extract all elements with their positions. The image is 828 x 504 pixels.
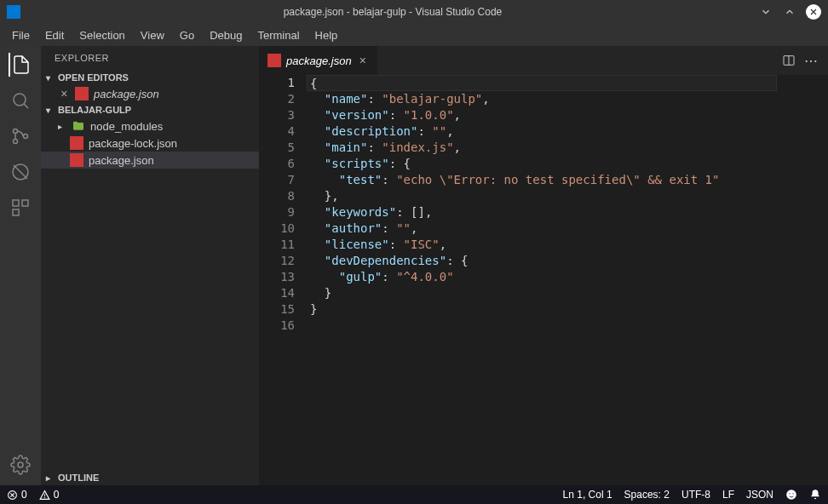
outline-header[interactable]: ▸ Outline <box>41 470 259 485</box>
folder-icon <box>72 119 85 133</box>
svg-rect-5 <box>13 200 19 206</box>
editor-area: package.json × ⋯ 12345678910111213141516… <box>259 46 828 485</box>
status-spaces[interactable]: Spaces: 2 <box>624 489 670 501</box>
workspace-label: belajar-gulp <box>58 105 131 115</box>
minimap[interactable] <box>777 75 828 485</box>
file-label: node_modules <box>90 120 163 133</box>
npm-file-icon <box>70 136 83 150</box>
status-feedback-icon[interactable] <box>785 489 797 501</box>
editor-tabs: package.json × ⋯ <box>259 46 828 75</box>
window-controls <box>758 4 821 20</box>
search-icon[interactable] <box>9 89 32 112</box>
code-line[interactable]: "version": "1.0.0", <box>310 107 777 123</box>
svg-point-8 <box>18 462 23 467</box>
code-line[interactable]: { <box>307 75 777 91</box>
svg-point-0 <box>14 94 26 106</box>
code-line[interactable]: "test": "echo \"Error: no test specified… <box>310 172 777 188</box>
svg-point-16 <box>792 493 793 494</box>
tree-item-node_modules[interactable]: ▸ node_modules <box>41 117 259 135</box>
code-line[interactable]: }, <box>310 188 777 204</box>
settings-gear-icon[interactable] <box>9 453 32 477</box>
close-tab-icon[interactable]: × <box>357 54 369 67</box>
close-button[interactable] <box>806 4 821 20</box>
code-line[interactable] <box>310 318 777 334</box>
code-line[interactable]: "gulp": "^4.0.0" <box>310 269 777 285</box>
chevron-down-icon: ▾ <box>46 106 58 115</box>
svg-point-3 <box>24 135 28 139</box>
menu-terminal[interactable]: Terminal <box>250 27 306 43</box>
split-editor-icon[interactable] <box>782 54 796 67</box>
tab-package-json[interactable]: package.json × <box>259 46 378 75</box>
svg-point-1 <box>14 129 18 134</box>
menu-help[interactable]: Help <box>308 27 345 43</box>
code-line[interactable]: "scripts": { <box>310 156 777 172</box>
svg-point-15 <box>789 493 790 494</box>
outline-label: Outline <box>58 472 99 483</box>
status-encoding[interactable]: UTF-8 <box>681 489 710 501</box>
code-line[interactable]: "main": "index.js", <box>310 140 777 156</box>
svg-point-13 <box>44 496 45 497</box>
status-language[interactable]: JSON <box>746 489 773 501</box>
code-line[interactable]: "license": "ISC", <box>310 237 777 253</box>
status-warnings[interactable]: 0 <box>39 489 60 501</box>
menu-go[interactable]: Go <box>173 27 201 43</box>
workspace-header[interactable]: ▾ belajar-gulp <box>41 102 259 117</box>
code-line[interactable]: } <box>310 285 777 301</box>
chevron-down-icon: ▾ <box>46 73 58 83</box>
chevron-right-icon: ▸ <box>58 122 66 131</box>
chevron-right-icon: ▸ <box>46 473 58 483</box>
vscode-app-icon <box>7 5 20 19</box>
status-eol[interactable]: LF <box>722 489 734 501</box>
code-line[interactable]: } <box>310 301 777 318</box>
file-label: package-lock.json <box>89 137 177 150</box>
code-line[interactable]: "devDependencies": { <box>310 253 777 269</box>
tree-item-package-json[interactable]: package.json <box>41 152 259 169</box>
code-line[interactable]: "name": "belajar-gulp", <box>310 91 777 107</box>
source-control-icon[interactable] <box>9 124 32 148</box>
menu-file[interactable]: File <box>5 27 37 43</box>
status-errors[interactable]: 0 <box>7 489 27 501</box>
menu-debug[interactable]: Debug <box>203 27 249 43</box>
svg-point-2 <box>14 140 18 144</box>
tree-item-package-lock-json[interactable]: package-lock.json <box>41 135 259 152</box>
menu-view[interactable]: View <box>134 27 171 43</box>
open-editors-header[interactable]: ▾ Open Editors <box>41 70 259 85</box>
menu-selection[interactable]: Selection <box>72 27 131 43</box>
debug-icon[interactable] <box>9 160 32 184</box>
menubar: FileEditSelectionViewGoDebugTerminalHelp <box>0 24 828 46</box>
npm-file-icon <box>70 153 83 167</box>
statusbar: 0 0 Ln 1, Col 1 Spaces: 2 UTF-8 LF JSON <box>0 485 828 504</box>
code-editor[interactable]: 12345678910111213141516 { "name": "belaj… <box>259 75 828 485</box>
npm-file-icon <box>267 54 281 67</box>
code-line[interactable]: "keywords": [], <box>310 204 777 220</box>
activitybar <box>0 46 41 485</box>
titlebar: package.json - belajar-gulp - Visual Stu… <box>0 0 828 24</box>
svg-rect-6 <box>22 200 28 206</box>
open-editors-label: Open Editors <box>58 72 129 83</box>
explorer-icon[interactable] <box>9 53 32 77</box>
extensions-icon[interactable] <box>9 196 32 220</box>
svg-rect-7 <box>13 209 19 215</box>
sidebar-title: Explorer <box>41 46 259 70</box>
code-line[interactable]: "author": "", <box>310 220 777 237</box>
editor-actions: ⋯ <box>773 46 828 75</box>
close-icon[interactable]: × <box>58 87 70 100</box>
code-line[interactable]: "description": "", <box>310 123 777 140</box>
tab-label: package.json <box>286 54 352 67</box>
svg-point-14 <box>786 490 796 500</box>
npm-file-icon <box>75 87 89 100</box>
more-actions-icon[interactable]: ⋯ <box>804 53 819 69</box>
file-label: package.json <box>89 154 154 167</box>
open-editor-item[interactable]: × package.json <box>41 85 259 102</box>
minimize-button[interactable] <box>758 4 773 20</box>
window-title: package.json - belajar-gulp - Visual Stu… <box>27 6 758 18</box>
sidebar: Explorer ▾ Open Editors × package.json ▾… <box>41 46 259 485</box>
status-notifications-icon[interactable] <box>809 489 821 501</box>
maximize-button[interactable] <box>782 4 797 20</box>
menu-edit[interactable]: Edit <box>38 27 71 43</box>
status-lncol[interactable]: Ln 1, Col 1 <box>563 489 612 501</box>
file-label: package.json <box>94 88 159 100</box>
